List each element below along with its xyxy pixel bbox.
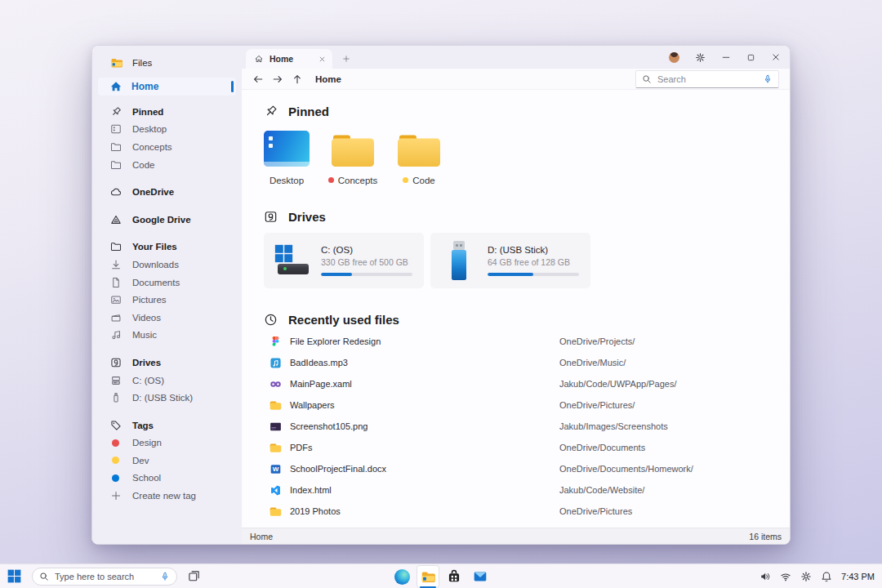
sidebar-home-label: Home bbox=[131, 81, 158, 92]
files-app-icon bbox=[110, 56, 123, 69]
file-row[interactable]: Homework OneDrive/Documents/ bbox=[270, 522, 790, 528]
taskbar-files-button[interactable] bbox=[416, 565, 439, 588]
audio-file-icon bbox=[270, 357, 282, 369]
file-row[interactable]: MainPage.xaml Jakub/Code/UWPApp/Pages/ bbox=[270, 373, 790, 394]
main-area: Home Home bbox=[242, 46, 790, 544]
sidebar-item-downloads[interactable]: Downloads bbox=[92, 256, 242, 274]
file-row[interactable]: BadIdeas.mp3 OneDrive/Music/ bbox=[270, 352, 790, 373]
sidebar-item-documents[interactable]: Documents bbox=[92, 274, 242, 292]
taskbar-clock[interactable]: 7:43 PM bbox=[841, 572, 875, 581]
notification-bell-icon[interactable] bbox=[821, 571, 832, 582]
sidebar-list: Pinned Desktop Concepts Code OneDr bbox=[92, 103, 242, 505]
file-row[interactable]: Index.html Jakub/Code/Website/ bbox=[270, 479, 790, 501]
file-row[interactable]: PDFs OneDrive/Documents bbox=[270, 437, 790, 458]
maximize-button[interactable] bbox=[746, 53, 755, 62]
sidebar-section-drives[interactable]: Drives bbox=[92, 354, 242, 372]
drive-card-c[interactable]: C: (OS) 330 GB free of 500 GB bbox=[264, 233, 424, 288]
forward-button[interactable] bbox=[271, 73, 284, 86]
tile-concepts[interactable]: Concepts bbox=[330, 131, 376, 186]
file-path: OneDrive/Music/ bbox=[559, 358, 790, 368]
drive-cards: C: (OS) 330 GB free of 500 GB bbox=[264, 233, 790, 288]
taskbar-store-button[interactable] bbox=[443, 565, 466, 588]
task-view-button[interactable] bbox=[188, 570, 200, 582]
sidebar-item-music[interactable]: Music bbox=[92, 327, 242, 345]
tile-code[interactable]: Code bbox=[396, 131, 442, 186]
search-input[interactable] bbox=[657, 74, 757, 84]
file-name: Screenshot105.png bbox=[290, 421, 559, 431]
up-button[interactable] bbox=[291, 73, 304, 86]
settings-gear-icon[interactable] bbox=[695, 52, 706, 63]
file-path: Jakub/Code/UWPApp/Pages/ bbox=[559, 379, 790, 389]
sidebar-item-pictures[interactable]: Pictures bbox=[92, 291, 242, 309]
taskbar-pinned-apps bbox=[390, 564, 492, 588]
tag-dot-red bbox=[328, 177, 334, 183]
sidebar-section-your-files[interactable]: Your Files bbox=[92, 238, 242, 256]
sidebar-label: Design bbox=[132, 438, 162, 448]
drive-card-d[interactable]: D: (USB Stick) 64 GB free of 128 GB bbox=[430, 233, 590, 288]
microphone-icon[interactable] bbox=[160, 572, 170, 581]
microphone-icon[interactable] bbox=[763, 74, 773, 84]
sidebar-item-tag-design[interactable]: Design bbox=[92, 434, 242, 452]
file-row[interactable]: 2019 Photos OneDrive/Pictures bbox=[270, 501, 790, 522]
sidebar-label: Pinned bbox=[132, 107, 163, 117]
section-title: Drives bbox=[288, 210, 326, 224]
file-row[interactable]: File Explorer Redesign OneDrive/Projects… bbox=[270, 331, 790, 352]
breadcrumb[interactable]: Home bbox=[315, 74, 635, 84]
taskbar-edge-button[interactable] bbox=[390, 565, 413, 588]
drive-usage-bar bbox=[488, 273, 579, 276]
sidebar-item-code[interactable]: Code bbox=[92, 156, 242, 174]
video-icon bbox=[110, 312, 122, 323]
search-box[interactable] bbox=[635, 70, 779, 88]
pinned-section-heading: Pinned bbox=[264, 103, 790, 120]
folder-icon bbox=[270, 442, 282, 454]
tile-desktop[interactable]: Desktop bbox=[264, 131, 310, 186]
sidebar-item-d-drive[interactable]: D: (USB Stick) bbox=[92, 389, 242, 407]
minimize-button[interactable] bbox=[721, 52, 731, 62]
sidebar-section-pinned[interactable]: Pinned bbox=[92, 103, 242, 121]
settings-gear-icon[interactable] bbox=[800, 571, 812, 582]
sidebar-item-google-drive[interactable]: Google Drive bbox=[92, 211, 242, 229]
pin-icon bbox=[264, 105, 278, 118]
task-view-icon bbox=[188, 570, 200, 582]
file-name: 2019 Photos bbox=[290, 506, 559, 516]
avatar[interactable] bbox=[669, 52, 679, 63]
sidebar-item-videos[interactable]: Videos bbox=[92, 309, 242, 327]
sidebar-label: Google Drive bbox=[132, 215, 191, 225]
close-button[interactable] bbox=[771, 52, 781, 62]
home-icon bbox=[255, 55, 263, 63]
file-name: Index.html bbox=[290, 485, 559, 495]
selected-indicator bbox=[231, 81, 234, 92]
sidebar-section-tags[interactable]: Tags bbox=[92, 416, 242, 434]
sidebar-item-tag-dev[interactable]: Dev bbox=[92, 452, 242, 470]
status-location: Home bbox=[250, 532, 273, 541]
file-name: Wallpapers bbox=[290, 400, 559, 410]
file-row[interactable]: Screenshot105.png Jakub/Images/Screensho… bbox=[270, 416, 790, 437]
taskbar-search-input[interactable] bbox=[55, 572, 154, 581]
windows-drive-icon bbox=[273, 243, 312, 278]
sidebar-item-desktop[interactable]: Desktop bbox=[92, 121, 242, 139]
taskbar-search-box[interactable] bbox=[32, 568, 177, 586]
volume-icon[interactable] bbox=[760, 571, 771, 582]
drive-free-space: 64 GB free of 128 GB bbox=[488, 257, 579, 267]
sidebar-item-create-new-tag[interactable]: Create new tag bbox=[92, 487, 242, 505]
back-button[interactable] bbox=[252, 73, 265, 86]
wifi-icon[interactable] bbox=[780, 571, 791, 582]
desktop-icon bbox=[110, 123, 122, 135]
tab-label: Home bbox=[270, 54, 293, 64]
tag-dot-blue bbox=[112, 474, 119, 482]
new-tab-button[interactable] bbox=[342, 55, 350, 63]
sidebar-item-tag-school[interactable]: School bbox=[92, 470, 242, 488]
start-button[interactable] bbox=[7, 569, 21, 583]
file-row[interactable]: Wallpapers OneDrive/Pictures/ bbox=[270, 394, 790, 416]
store-icon bbox=[447, 569, 461, 584]
tab-close-button[interactable] bbox=[318, 56, 326, 63]
sidebar-item-c-drive[interactable]: C: (OS) bbox=[92, 372, 242, 390]
folder-icon bbox=[332, 134, 374, 167]
sidebar-item-concepts[interactable]: Concepts bbox=[92, 138, 242, 156]
sidebar-item-onedrive[interactable]: OneDrive bbox=[92, 183, 242, 201]
sidebar-item-home[interactable]: Home bbox=[98, 78, 236, 96]
tab-home[interactable]: Home bbox=[246, 49, 332, 69]
taskbar-mail-button[interactable] bbox=[469, 565, 492, 588]
search-icon bbox=[642, 74, 652, 84]
file-row[interactable]: SchoolProjectFinal.docx OneDrive/Documen… bbox=[270, 458, 790, 479]
